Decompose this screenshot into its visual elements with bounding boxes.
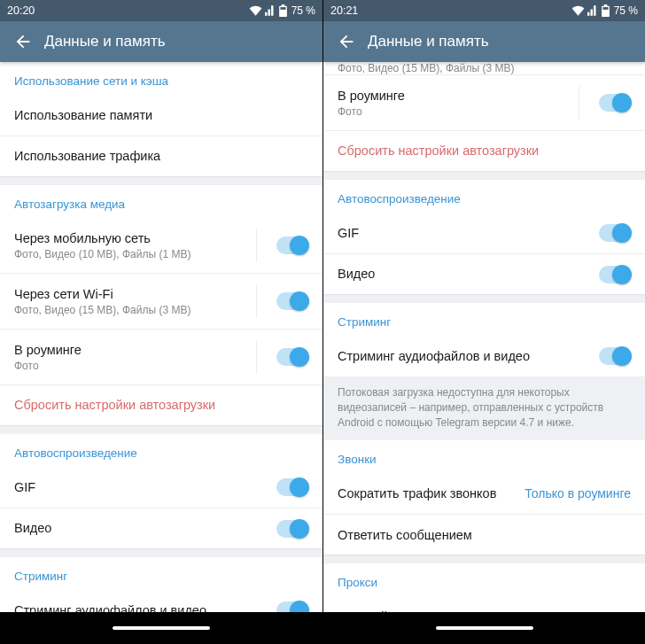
row-video[interactable]: Видео	[323, 253, 645, 294]
signal-icon	[265, 5, 276, 16]
row-video[interactable]: Видео	[0, 508, 322, 548]
row-value: Только в роуминге	[525, 486, 631, 500]
row-gif[interactable]: GIF	[0, 467, 322, 508]
toggle-streaming[interactable]	[276, 601, 308, 612]
page-title: Данные и память	[368, 33, 489, 50]
section-usage: Использование сети и кэша Использование …	[0, 62, 322, 176]
status-icons: 75 %	[249, 4, 315, 17]
section-header: Автозагрузка медиа	[0, 185, 322, 218]
section-header: Автовоспроизведение	[0, 434, 322, 467]
arrow-left-icon	[13, 32, 33, 51]
section-header: Автовоспроизведение	[323, 180, 645, 213]
row-reset-autodownload[interactable]: Сбросить настройки автозагрузки	[323, 130, 645, 171]
navbar	[323, 612, 645, 644]
row-traffic-usage[interactable]: Использование трафика	[0, 136, 322, 176]
row-roaming[interactable]: В роуминге Фото	[0, 329, 322, 384]
section-streaming: Стриминг Стриминг аудиофайлов и видео	[0, 557, 322, 612]
statusbar: 20:20 75 %	[0, 0, 322, 21]
section-autodownload: Автозагрузка медиа Через мобильную сеть …	[0, 185, 322, 425]
section-header: Стриминг	[0, 557, 322, 590]
toggle-roaming[interactable]	[599, 94, 631, 112]
appbar: Данные и память	[0, 21, 322, 62]
row-roaming[interactable]: В роуминге Фото	[323, 74, 645, 130]
battery-icon	[602, 4, 610, 17]
status-time: 20:20	[7, 4, 35, 17]
toggle-streaming[interactable]	[599, 347, 631, 365]
row-streaming[interactable]: Стриминг аудиофайлов и видео	[0, 590, 322, 612]
section-streaming: Стриминг Стриминг аудиофайлов и видео	[323, 303, 645, 376]
phone-left: 20:20 75 % Данные и память Использование…	[0, 0, 322, 644]
toggle-gif[interactable]	[599, 224, 631, 242]
toggle-mobile[interactable]	[276, 237, 308, 254]
battery-icon	[279, 4, 287, 17]
phone-right: 20:21 75 % Данные и память Фото, Видео (…	[322, 0, 645, 644]
status-icons: 75 %	[571, 4, 638, 17]
toggle-wifi[interactable]	[276, 292, 308, 310]
row-streaming[interactable]: Стриминг аудиофайлов и видео	[323, 336, 645, 376]
back-button[interactable]	[5, 24, 41, 59]
section-header: Прокси	[323, 563, 645, 596]
row-memory-usage[interactable]: Использование памяти	[0, 95, 322, 136]
navbar	[0, 612, 322, 644]
content: Фото, Видео (15 MB), Файлы (3 MB) В роум…	[323, 62, 645, 612]
battery-pct: 75 %	[614, 4, 638, 17]
page-title: Данные и память	[44, 33, 166, 50]
row-answer-with-message[interactable]: Ответить сообщением	[323, 514, 645, 555]
section-autoplay: Автовоспроизведение GIF Видео	[0, 434, 322, 548]
wifi-icon	[249, 5, 262, 16]
appbar: Данные и память	[323, 21, 645, 62]
statusbar: 20:21 75 %	[323, 0, 645, 21]
battery-pct: 75 %	[291, 4, 315, 17]
section-autodownload-tail: Фото, Видео (15 MB), Файлы (3 MB) В роум…	[323, 62, 645, 171]
home-indicator[interactable]	[436, 626, 533, 630]
svg-rect-1	[602, 7, 608, 10]
arrow-left-icon	[337, 32, 356, 51]
status-time: 20:21	[330, 4, 358, 17]
row-mobile-data[interactable]: Через мобильную сеть Фото, Видео (10 MB)…	[0, 218, 322, 273]
section-header: Стриминг	[323, 303, 645, 336]
wifi-icon	[571, 5, 585, 16]
wifi-sub-partial: Фото, Видео (15 MB), Файлы (3 MB)	[323, 62, 645, 74]
back-button[interactable]	[329, 24, 364, 59]
streaming-note: Потоковая загрузка недоступна для некото…	[323, 376, 645, 440]
row-less-data-calls[interactable]: Сократить трафик звонков Только в роумин…	[323, 473, 645, 514]
toggle-roaming[interactable]	[276, 348, 308, 366]
signal-icon	[587, 5, 599, 16]
toggle-video[interactable]	[276, 520, 308, 538]
row-reset-autodownload[interactable]: Сбросить настройки автозагрузки	[0, 384, 322, 425]
toggle-gif[interactable]	[276, 478, 308, 496]
section-header: Использование сети и кэша	[0, 62, 322, 95]
home-indicator[interactable]	[113, 626, 210, 630]
row-gif[interactable]: GIF	[323, 213, 645, 253]
svg-rect-0	[280, 7, 285, 10]
section-proxy: Прокси Настройки прокси	[323, 563, 645, 612]
section-header: Звонки	[323, 440, 645, 473]
section-calls: Звонки Сократить трафик звонков Только в…	[323, 440, 645, 555]
section-autoplay: Автовоспроизведение GIF Видео	[323, 180, 645, 294]
toggle-video[interactable]	[599, 266, 631, 283]
content: Использование сети и кэша Использование …	[0, 62, 322, 612]
row-wifi[interactable]: Через сети Wi-Fi Фото, Видео (15 MB), Фа…	[0, 273, 322, 329]
row-proxy-settings[interactable]: Настройки прокси	[323, 596, 645, 612]
